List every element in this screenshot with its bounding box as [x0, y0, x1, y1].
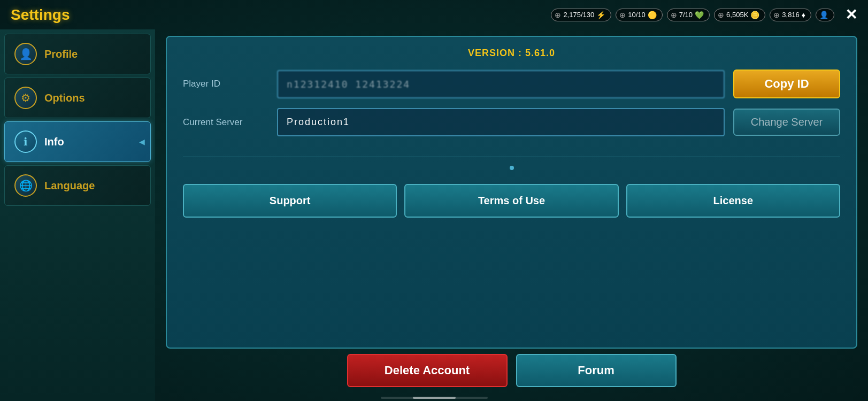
page-title: Settings	[11, 6, 70, 24]
copy-id-button[interactable]: Copy ID	[733, 70, 840, 98]
resource-gems[interactable]: ⊕ 7/10 💚	[667, 9, 710, 21]
sidebar-label-info: Info	[44, 136, 64, 148]
horizontal-divider	[183, 157, 840, 157]
main-panel: VERSION : 5.61.0 Player ID n12312410 124…	[166, 36, 857, 349]
resource-diamonds[interactable]: ⊕ 3,816 ♦	[770, 9, 811, 21]
silver-value: 6,505K	[726, 11, 748, 19]
resources-bar: ⊕ 2,175/130 ⚡ ⊕ 10/10 🟡 ⊕ 7/10 💚 ⊕ 6,505…	[551, 9, 834, 21]
scrollbar-track[interactable]	[381, 397, 488, 399]
diamonds-icon: ♦	[802, 11, 805, 19]
current-server-field: Production1	[277, 108, 725, 136]
coins1-value: 10/10	[628, 11, 646, 19]
gems-icon: 💚	[695, 11, 704, 19]
change-server-button[interactable]: Change Server	[733, 109, 840, 136]
gear-icon: ⚙	[21, 91, 30, 104]
coins1-icon: 🟡	[648, 11, 657, 19]
energy-icon: ⚡	[596, 11, 605, 19]
close-button[interactable]: ✕	[845, 7, 857, 22]
info-icon: ℹ	[24, 135, 28, 148]
divider-dot	[510, 166, 514, 170]
globe-icon: 🌐	[19, 179, 33, 192]
resource-profile-icon[interactable]: 👤	[816, 9, 834, 21]
top-bar: Settings ⊕ 2,175/130 ⚡ ⊕ 10/10 🟡 ⊕ 7/10 …	[0, 0, 868, 29]
energy-value: 2,175/130	[563, 11, 594, 19]
options-icon-wrap: ⚙	[14, 87, 37, 109]
sidebar-label-profile: Profile	[44, 48, 78, 60]
delete-account-button[interactable]: Delete Account	[347, 354, 508, 387]
language-icon-wrap: 🌐	[14, 174, 37, 197]
support-button[interactable]: Support	[183, 184, 397, 218]
gems-value: 7/10	[679, 11, 693, 19]
profile-icon-wrap: 👤	[14, 43, 37, 65]
sidebar-item-language[interactable]: 🌐 Language	[4, 165, 151, 206]
resource-energy[interactable]: ⊕ 2,175/130 ⚡	[551, 9, 611, 21]
forum-button[interactable]: Forum	[516, 354, 677, 387]
main-layout: 👤 Profile ⚙ Options ℹ Info 🌐 Language	[0, 29, 868, 401]
player-id-field: n12312410 12413224	[277, 70, 725, 98]
version-label: VERSION : 5.61.0	[183, 48, 840, 59]
content-area: VERSION : 5.61.0 Player ID n12312410 124…	[155, 29, 868, 401]
info-icon-wrap: ℹ	[14, 130, 37, 153]
divider-section	[183, 151, 840, 168]
sidebar-label-options: Options	[44, 92, 85, 104]
terms-button[interactable]: Terms of Use	[404, 184, 618, 218]
sidebar: 👤 Profile ⚙ Options ℹ Info 🌐 Language	[0, 29, 155, 401]
player-id-row: Player ID n12312410 12413224 Copy ID	[183, 70, 840, 98]
sidebar-label-language: Language	[44, 180, 95, 192]
license-button[interactable]: License	[626, 184, 840, 218]
player-id-label: Player ID	[183, 79, 268, 89]
sidebar-item-profile[interactable]: 👤 Profile	[4, 34, 151, 74]
resource-silver[interactable]: ⊕ 6,505K 🪙	[714, 9, 765, 21]
silver-icon: 🪙	[750, 11, 759, 19]
bottom-buttons: Delete Account Forum	[166, 349, 857, 395]
action-buttons-row: Support Terms of Use License	[183, 184, 840, 218]
diamonds-value: 3,816	[782, 11, 800, 19]
sidebar-item-info[interactable]: ℹ Info	[4, 121, 151, 162]
sidebar-item-options[interactable]: ⚙ Options	[4, 78, 151, 118]
scrollbar-thumb[interactable]	[413, 397, 456, 399]
current-server-label: Current Server	[183, 117, 268, 128]
resource-coins1[interactable]: ⊕ 10/10 🟡	[616, 9, 663, 21]
profile-avatar-icon: 👤	[819, 11, 828, 19]
profile-icon: 👤	[19, 48, 33, 60]
current-server-row: Current Server Production1 Change Server	[183, 108, 840, 136]
